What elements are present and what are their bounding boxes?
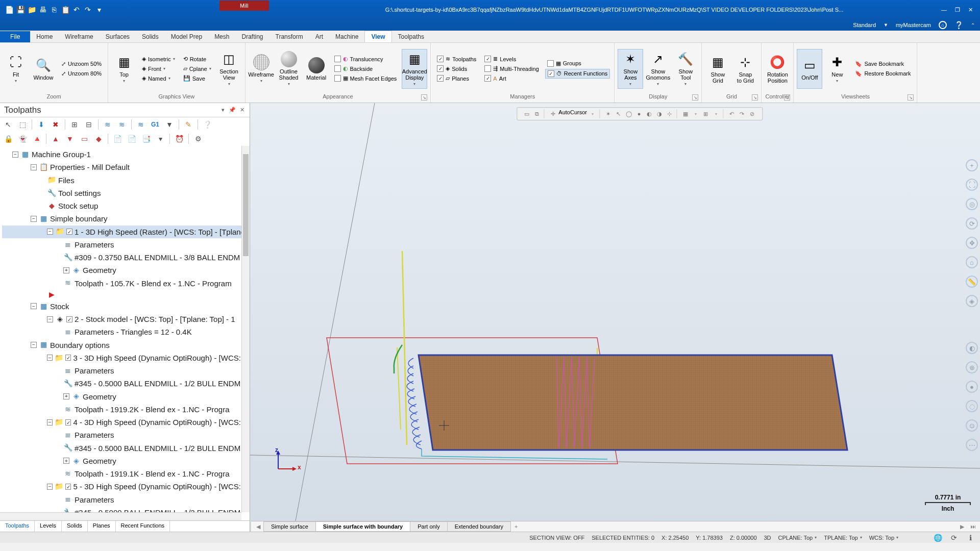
diamond-icon[interactable]: ◆ — [92, 133, 105, 145]
tree-toolpath-1919b[interactable]: ≋Toolpath - 1919.1K - Blend ex - 1.NC - … — [2, 467, 248, 480]
tree-red-marker[interactable]: ▶ — [2, 290, 248, 300]
translucency-check[interactable]: ◐Translucency — [332, 55, 399, 63]
status-cplane[interactable]: CPLANE: Top▾ — [778, 535, 817, 541]
viewsheet-simple-boundary[interactable]: Simple surface with boundary — [315, 521, 410, 532]
levels-check[interactable]: ≣Levels — [482, 55, 541, 63]
close-button[interactable]: ✕ — [966, 7, 975, 13]
viewsheet-simple-surface[interactable]: Simple surface — [263, 521, 316, 532]
tab-modelprep[interactable]: Model Prep — [165, 31, 208, 42]
copy-icon[interactable]: ⎘ — [49, 5, 59, 15]
viewsheet-onoff-button[interactable]: ▭ On/Off — [797, 49, 822, 89]
tab-drafting[interactable]: Drafting — [235, 31, 269, 42]
launcher-icon[interactable]: ↘ — [421, 94, 427, 101]
tree-simple-boundary[interactable]: −▦Simple boundary — [2, 212, 248, 225]
dd-icon[interactable]: ▾ — [154, 133, 166, 145]
tree-properties[interactable]: −📋Properties - Mill Default — [2, 161, 248, 173]
tree-parameters[interactable]: ≣Parameters — [2, 493, 248, 506]
down-icon[interactable]: ▼ — [64, 133, 76, 145]
show-tool-button[interactable]: 🔨 Show Tool ▾ — [673, 49, 698, 89]
help-icon[interactable]: ❔ — [201, 118, 213, 131]
select-icon[interactable]: ⬚ — [16, 118, 29, 131]
g1-button[interactable]: G1 — [149, 121, 161, 128]
named-button[interactable]: ◈Named▾ — [140, 74, 177, 83]
rect-icon[interactable]: ▭ — [78, 133, 90, 145]
tree-stock-setup[interactable]: ◆Stock setup — [2, 199, 248, 212]
launcher-icon[interactable]: ↘ — [908, 94, 914, 101]
chevron-down-icon[interactable]: ▼ — [884, 22, 888, 28]
ribbon-collapse-icon[interactable]: ⌃ — [971, 22, 975, 28]
isometric-button[interactable]: ◈Isometric▾ — [140, 55, 177, 63]
gear-icon[interactable]: ⚙ — [192, 133, 204, 145]
save-view-button[interactable]: 💾Save — [181, 74, 213, 83]
tab-file[interactable]: File — [0, 31, 30, 42]
qat-more-icon[interactable]: ▾ — [94, 5, 104, 15]
snap-grid-button[interactable]: ⊹ Snap to Grid — [732, 49, 758, 89]
tree-tool-345b[interactable]: 🔧#345 - 0.5000 BALL ENDMILL - 1/2 BULL E… — [2, 442, 248, 455]
tab-toolpaths[interactable]: Toolpaths — [392, 31, 430, 42]
up-icon[interactable]: ▲ — [50, 133, 62, 145]
help-icon[interactable]: ❔ — [954, 21, 963, 29]
launcher-icon[interactable]: ↘ — [692, 94, 698, 101]
tree-parameters[interactable]: ≣Parameters — [2, 238, 248, 251]
tree-parameters-tri[interactable]: ≣Parameters - Triangles = 12 - 0.4K — [2, 325, 248, 338]
tree-op-3[interactable]: −📁3 - 3D High Speed (Dynamic OptiRough) … — [2, 352, 248, 364]
doc1-icon[interactable]: 📄 — [111, 133, 124, 145]
viewsheet-next-icon[interactable]: ▶ — [957, 522, 967, 531]
viewsheet-last-icon[interactable]: ⏭ — [967, 522, 979, 531]
panel-close-icon[interactable]: ✕ — [239, 107, 246, 113]
restore-button[interactable]: ❐ — [953, 7, 962, 13]
account-link[interactable]: myMastercam — [896, 22, 931, 28]
doc3-icon[interactable]: 📑 — [140, 133, 152, 145]
outline-shaded-button[interactable]: Outline Shaded ▾ — [276, 49, 302, 89]
minimize-button[interactable]: — — [939, 7, 949, 13]
paste-icon[interactable]: 📋 — [60, 5, 70, 15]
tab-surfaces[interactable]: Surfaces — [100, 31, 136, 42]
launcher-icon[interactable]: ↘ — [752, 94, 758, 101]
viewsheet-prev-icon[interactable]: ◀ — [253, 522, 263, 531]
status-section-view[interactable]: SECTION VIEW: OFF — [529, 535, 584, 541]
tree2-icon[interactable]: ⊟ — [83, 118, 95, 131]
tree-boundary-options[interactable]: −▦Boundary options — [2, 339, 248, 352]
tree-op-2[interactable]: −◈2 - Stock model - [WCS: Top] - [Tplane… — [2, 313, 248, 325]
tab-view[interactable]: View — [364, 31, 391, 42]
ptab-levels[interactable]: Levels — [35, 521, 62, 532]
doc2-icon[interactable]: 📄 — [126, 133, 138, 145]
art-check[interactable]: AArt — [482, 74, 541, 83]
status-tplane[interactable]: TPLANE: Top▾ — [824, 535, 862, 541]
tree-machine-group[interactable]: −▦Machine Group-1 — [2, 148, 248, 161]
toolpaths-check[interactable]: ≋Toolpaths — [435, 55, 478, 63]
clock-icon[interactable]: ⏰ — [173, 133, 185, 145]
status-globe-icon[interactable]: 🌐 — [933, 533, 942, 542]
tab-mesh[interactable]: Mesh — [208, 31, 235, 42]
tree-files[interactable]: 📁Files — [2, 174, 248, 187]
cplane-button[interactable]: ▱Cplane▾ — [181, 64, 213, 73]
zoom-window-button[interactable]: 🔍 Window — [31, 49, 56, 89]
status-refresh-icon[interactable]: ⟳ — [949, 533, 959, 542]
viewsheet-extended[interactable]: Extended boundary — [447, 521, 511, 532]
undo-icon[interactable]: ↶ — [71, 5, 82, 15]
save-icon[interactable]: 💾 — [15, 5, 26, 15]
tree-op-5[interactable]: −📁5 - 3D High Speed (Dynamic OptiRough) … — [2, 480, 248, 493]
launcher-icon[interactable]: ↘ — [784, 94, 790, 101]
tree-tool-settings[interactable]: 🔧Tool settings — [2, 187, 248, 199]
top-view-button[interactable]: ▦ Top ▾ — [111, 49, 137, 89]
tree-geometry[interactable]: +◈Geometry — [2, 264, 248, 277]
graphics-viewport[interactable]: ▭ ⧉ ✛ AutoCursor ▾ ✶ ↖ ◯ ● ◐ ◑ ⊹ ▦ ▾ ⊞ — [250, 103, 980, 532]
tab-home[interactable]: Home — [30, 31, 59, 42]
operations-tree[interactable]: −▦Machine Group-1 −📋Properties - Mill De… — [0, 146, 250, 520]
cursor-icon[interactable]: ↖ — [2, 118, 14, 131]
ptab-toolpaths[interactable]: Toolpaths — [0, 521, 35, 532]
fit-button[interactable]: ⛶ Fit ▾ — [3, 49, 29, 89]
planes-check[interactable]: ▱Planes — [435, 74, 478, 83]
material-button[interactable]: Material — [304, 49, 329, 89]
restore-bookmark-button[interactable]: 🔖Restore Bookmark — [853, 69, 913, 78]
new-viewsheet-button[interactable]: ✚ New ▾ — [824, 49, 850, 89]
ptab-recent[interactable]: Recent Functions — [116, 521, 170, 532]
tab-transform[interactable]: Transform — [270, 31, 309, 42]
facet-check[interactable]: ▦Mesh Facet Edges — [332, 74, 399, 83]
tab-machine[interactable]: Machine — [329, 31, 364, 42]
backside-check[interactable]: ◐Backside — [332, 64, 399, 73]
solids-check[interactable]: ◈Solids — [435, 64, 478, 73]
status-mode[interactable]: 3D — [764, 535, 771, 541]
unzoom80-button[interactable]: ⤢Unzoom 80% — [59, 69, 104, 78]
